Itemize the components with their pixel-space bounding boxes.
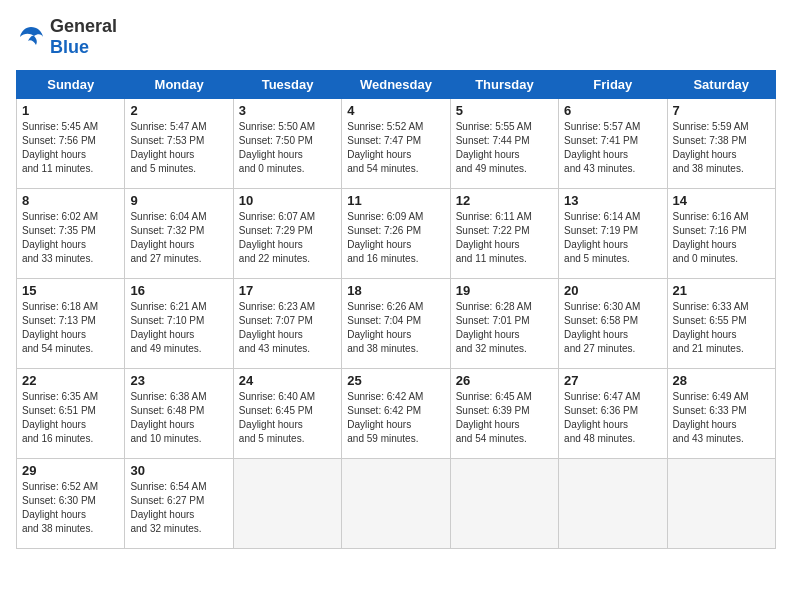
- day-number: 25: [347, 373, 444, 388]
- day-info: Sunrise: 6:11 AM Sunset: 7:22 PM Dayligh…: [456, 210, 553, 266]
- day-info: Sunrise: 6:16 AM Sunset: 7:16 PM Dayligh…: [673, 210, 770, 266]
- day-number: 10: [239, 193, 336, 208]
- day-info: Sunrise: 6:23 AM Sunset: 7:07 PM Dayligh…: [239, 300, 336, 356]
- week-row-4: 22 Sunrise: 6:35 AM Sunset: 6:51 PM Dayl…: [17, 369, 776, 459]
- day-info: Sunrise: 6:54 AM Sunset: 6:27 PM Dayligh…: [130, 480, 227, 536]
- col-header-tuesday: Tuesday: [233, 71, 341, 99]
- calendar-cell: [233, 459, 341, 549]
- day-number: 5: [456, 103, 553, 118]
- calendar-cell: 7 Sunrise: 5:59 AM Sunset: 7:38 PM Dayli…: [667, 99, 775, 189]
- calendar-cell: 29 Sunrise: 6:52 AM Sunset: 6:30 PM Dayl…: [17, 459, 125, 549]
- day-number: 22: [22, 373, 119, 388]
- calendar-cell: 28 Sunrise: 6:49 AM Sunset: 6:33 PM Dayl…: [667, 369, 775, 459]
- day-number: 29: [22, 463, 119, 478]
- day-number: 27: [564, 373, 661, 388]
- col-header-sunday: Sunday: [17, 71, 125, 99]
- calendar-cell: 8 Sunrise: 6:02 AM Sunset: 7:35 PM Dayli…: [17, 189, 125, 279]
- calendar-cell: 14 Sunrise: 6:16 AM Sunset: 7:16 PM Dayl…: [667, 189, 775, 279]
- calendar-cell: 2 Sunrise: 5:47 AM Sunset: 7:53 PM Dayli…: [125, 99, 233, 189]
- day-number: 9: [130, 193, 227, 208]
- calendar-cell: 23 Sunrise: 6:38 AM Sunset: 6:48 PM Dayl…: [125, 369, 233, 459]
- day-info: Sunrise: 6:38 AM Sunset: 6:48 PM Dayligh…: [130, 390, 227, 446]
- day-info: Sunrise: 6:09 AM Sunset: 7:26 PM Dayligh…: [347, 210, 444, 266]
- calendar-cell: 17 Sunrise: 6:23 AM Sunset: 7:07 PM Dayl…: [233, 279, 341, 369]
- day-number: 30: [130, 463, 227, 478]
- day-number: 21: [673, 283, 770, 298]
- day-number: 2: [130, 103, 227, 118]
- calendar-cell: 10 Sunrise: 6:07 AM Sunset: 7:29 PM Dayl…: [233, 189, 341, 279]
- calendar-cell: 22 Sunrise: 6:35 AM Sunset: 6:51 PM Dayl…: [17, 369, 125, 459]
- day-info: Sunrise: 5:47 AM Sunset: 7:53 PM Dayligh…: [130, 120, 227, 176]
- day-info: Sunrise: 6:21 AM Sunset: 7:10 PM Dayligh…: [130, 300, 227, 356]
- calendar-cell: 15 Sunrise: 6:18 AM Sunset: 7:13 PM Dayl…: [17, 279, 125, 369]
- day-info: Sunrise: 6:30 AM Sunset: 6:58 PM Dayligh…: [564, 300, 661, 356]
- day-info: Sunrise: 6:26 AM Sunset: 7:04 PM Dayligh…: [347, 300, 444, 356]
- day-info: Sunrise: 6:18 AM Sunset: 7:13 PM Dayligh…: [22, 300, 119, 356]
- day-number: 17: [239, 283, 336, 298]
- calendar-cell: 27 Sunrise: 6:47 AM Sunset: 6:36 PM Dayl…: [559, 369, 667, 459]
- day-info: Sunrise: 6:04 AM Sunset: 7:32 PM Dayligh…: [130, 210, 227, 266]
- col-header-monday: Monday: [125, 71, 233, 99]
- day-info: Sunrise: 6:33 AM Sunset: 6:55 PM Dayligh…: [673, 300, 770, 356]
- day-number: 14: [673, 193, 770, 208]
- day-info: Sunrise: 5:50 AM Sunset: 7:50 PM Dayligh…: [239, 120, 336, 176]
- day-number: 7: [673, 103, 770, 118]
- day-info: Sunrise: 6:47 AM Sunset: 6:36 PM Dayligh…: [564, 390, 661, 446]
- calendar-cell: 18 Sunrise: 6:26 AM Sunset: 7:04 PM Dayl…: [342, 279, 450, 369]
- day-number: 20: [564, 283, 661, 298]
- calendar-cell: [559, 459, 667, 549]
- day-number: 23: [130, 373, 227, 388]
- week-row-5: 29 Sunrise: 6:52 AM Sunset: 6:30 PM Dayl…: [17, 459, 776, 549]
- day-number: 24: [239, 373, 336, 388]
- calendar-cell: 16 Sunrise: 6:21 AM Sunset: 7:10 PM Dayl…: [125, 279, 233, 369]
- day-info: Sunrise: 6:28 AM Sunset: 7:01 PM Dayligh…: [456, 300, 553, 356]
- logo: General Blue: [16, 16, 117, 58]
- header-row: SundayMondayTuesdayWednesdayThursdayFrid…: [17, 71, 776, 99]
- day-number: 4: [347, 103, 444, 118]
- day-info: Sunrise: 6:14 AM Sunset: 7:19 PM Dayligh…: [564, 210, 661, 266]
- calendar-cell: 30 Sunrise: 6:54 AM Sunset: 6:27 PM Dayl…: [125, 459, 233, 549]
- day-number: 16: [130, 283, 227, 298]
- calendar-cell: 12 Sunrise: 6:11 AM Sunset: 7:22 PM Dayl…: [450, 189, 558, 279]
- day-info: Sunrise: 5:45 AM Sunset: 7:56 PM Dayligh…: [22, 120, 119, 176]
- day-number: 26: [456, 373, 553, 388]
- day-info: Sunrise: 5:59 AM Sunset: 7:38 PM Dayligh…: [673, 120, 770, 176]
- day-info: Sunrise: 5:52 AM Sunset: 7:47 PM Dayligh…: [347, 120, 444, 176]
- day-info: Sunrise: 6:07 AM Sunset: 7:29 PM Dayligh…: [239, 210, 336, 266]
- calendar-cell: 1 Sunrise: 5:45 AM Sunset: 7:56 PM Dayli…: [17, 99, 125, 189]
- day-number: 1: [22, 103, 119, 118]
- day-info: Sunrise: 5:57 AM Sunset: 7:41 PM Dayligh…: [564, 120, 661, 176]
- day-number: 18: [347, 283, 444, 298]
- col-header-friday: Friday: [559, 71, 667, 99]
- calendar-cell: 6 Sunrise: 5:57 AM Sunset: 7:41 PM Dayli…: [559, 99, 667, 189]
- calendar-cell: 21 Sunrise: 6:33 AM Sunset: 6:55 PM Dayl…: [667, 279, 775, 369]
- week-row-2: 8 Sunrise: 6:02 AM Sunset: 7:35 PM Dayli…: [17, 189, 776, 279]
- calendar-cell: [667, 459, 775, 549]
- calendar-cell: 19 Sunrise: 6:28 AM Sunset: 7:01 PM Dayl…: [450, 279, 558, 369]
- day-info: Sunrise: 5:55 AM Sunset: 7:44 PM Dayligh…: [456, 120, 553, 176]
- day-info: Sunrise: 6:52 AM Sunset: 6:30 PM Dayligh…: [22, 480, 119, 536]
- day-number: 11: [347, 193, 444, 208]
- calendar-cell: 26 Sunrise: 6:45 AM Sunset: 6:39 PM Dayl…: [450, 369, 558, 459]
- day-number: 8: [22, 193, 119, 208]
- logo-icon: [16, 23, 46, 51]
- week-row-1: 1 Sunrise: 5:45 AM Sunset: 7:56 PM Dayli…: [17, 99, 776, 189]
- day-number: 13: [564, 193, 661, 208]
- calendar-cell: 5 Sunrise: 5:55 AM Sunset: 7:44 PM Dayli…: [450, 99, 558, 189]
- day-number: 6: [564, 103, 661, 118]
- calendar-cell: 24 Sunrise: 6:40 AM Sunset: 6:45 PM Dayl…: [233, 369, 341, 459]
- day-info: Sunrise: 6:02 AM Sunset: 7:35 PM Dayligh…: [22, 210, 119, 266]
- day-number: 15: [22, 283, 119, 298]
- calendar-cell: 13 Sunrise: 6:14 AM Sunset: 7:19 PM Dayl…: [559, 189, 667, 279]
- calendar-cell: [342, 459, 450, 549]
- week-row-3: 15 Sunrise: 6:18 AM Sunset: 7:13 PM Dayl…: [17, 279, 776, 369]
- col-header-thursday: Thursday: [450, 71, 558, 99]
- col-header-wednesday: Wednesday: [342, 71, 450, 99]
- calendar-cell: [450, 459, 558, 549]
- day-info: Sunrise: 6:49 AM Sunset: 6:33 PM Dayligh…: [673, 390, 770, 446]
- day-number: 19: [456, 283, 553, 298]
- day-info: Sunrise: 6:42 AM Sunset: 6:42 PM Dayligh…: [347, 390, 444, 446]
- day-info: Sunrise: 6:40 AM Sunset: 6:45 PM Dayligh…: [239, 390, 336, 446]
- day-info: Sunrise: 6:45 AM Sunset: 6:39 PM Dayligh…: [456, 390, 553, 446]
- logo-text: General Blue: [50, 16, 117, 58]
